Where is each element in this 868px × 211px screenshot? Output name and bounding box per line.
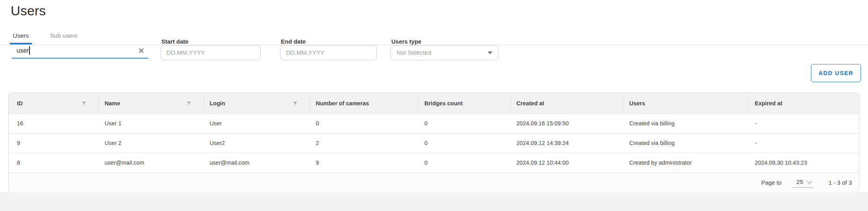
filter-funnel-icon[interactable]	[81, 101, 87, 106]
table-cell: 0	[418, 153, 510, 172]
table-cell: 2024.09.12 14:39:24	[510, 133, 623, 153]
search-input-value: user	[17, 47, 29, 54]
pagination-range: 1 - 3 of 3	[829, 179, 852, 186]
table-cell: -	[748, 133, 859, 153]
table-cell: 0	[310, 114, 418, 133]
filter-bar: user × Start date End date Users type No…	[0, 37, 868, 88]
table-cell: User2	[203, 133, 310, 153]
start-date-input[interactable]	[160, 45, 261, 60]
users-table-card: IDNameLoginNumber of camerasBridges coun…	[8, 93, 859, 193]
search-input[interactable]: user ×	[12, 44, 148, 59]
table-cell: User 2	[98, 133, 203, 153]
table-cell: 16	[9, 114, 98, 133]
page-title: Users	[11, 3, 46, 18]
table-cell: Created via billing	[623, 114, 748, 133]
table-cell: 2	[310, 133, 418, 153]
table-row[interactable]: 8user@mail.comuser@mail.com902024.09.12 …	[9, 153, 859, 172]
table-row[interactable]: 16User 1User002024.09.16 15:09:50Created…	[9, 114, 859, 133]
table-cell: -	[748, 114, 859, 133]
column-header-created-at: Created at	[510, 93, 623, 114]
users-page: Users Users Sub users user × Start date …	[0, 0, 868, 211]
table-cell: 9	[310, 153, 418, 172]
table-header-row: IDNameLoginNumber of camerasBridges coun…	[9, 93, 859, 114]
page-size-value: 25	[796, 178, 803, 185]
users-table: IDNameLoginNumber of camerasBridges coun…	[9, 93, 859, 172]
table-cell: user@mail.com	[98, 153, 203, 172]
column-header-number-of-cameras: Number of cameras	[310, 93, 418, 114]
table-row[interactable]: 9User 2User2202024.09.12 14:39:24Created…	[9, 133, 859, 153]
start-date-label: Start date	[161, 38, 188, 45]
table-cell: 8	[9, 153, 98, 172]
end-date-label: End date	[281, 38, 306, 45]
column-header-users: Users	[623, 93, 748, 114]
table-cell: 2024.09.16 15:09:50	[510, 114, 623, 133]
page-size-select[interactable]: 25	[792, 178, 813, 188]
chevron-down-icon	[807, 178, 812, 183]
table-cell: 2024.09.30 10:43:23	[748, 153, 859, 172]
column-header-id: ID	[9, 93, 98, 114]
table-cell: User	[203, 114, 310, 133]
users-type-select[interactable]: Not Selected	[391, 45, 498, 60]
page-bottom-strip	[0, 192, 868, 211]
filter-funnel-icon[interactable]	[293, 101, 298, 106]
table-cell: user@mail.com	[203, 153, 310, 172]
add-user-button[interactable]: ADD USER	[811, 64, 861, 82]
table-cell: 0	[418, 133, 510, 153]
column-header-name: Name	[98, 93, 203, 114]
column-header-expired-at: Expired at	[748, 93, 859, 114]
filter-funnel-icon[interactable]	[186, 101, 192, 106]
table-cell: 0	[418, 114, 510, 133]
chevron-down-icon	[488, 51, 492, 54]
page-to-label: Page to	[761, 179, 781, 186]
users-type-label: Users type	[391, 38, 422, 45]
column-header-login: Login	[203, 93, 310, 114]
text-caret	[29, 46, 30, 55]
table-body: 16User 1User002024.09.16 15:09:50Created…	[9, 114, 859, 172]
table-footer: Page to 25 1 - 3 of 3	[9, 172, 859, 192]
clear-search-icon[interactable]: ×	[136, 47, 146, 55]
table-cell: Created via billing	[623, 133, 748, 153]
end-date-input[interactable]	[280, 45, 377, 60]
table-cell: User 1	[98, 114, 203, 133]
column-header-bridges-count: Bridges count	[418, 93, 510, 114]
users-type-value: Not Selected	[396, 49, 431, 56]
table-cell: Created by administrator	[623, 153, 748, 172]
table-cell: 9	[9, 133, 98, 153]
table-cell: 2024.09.12 10:44:00	[510, 153, 623, 172]
